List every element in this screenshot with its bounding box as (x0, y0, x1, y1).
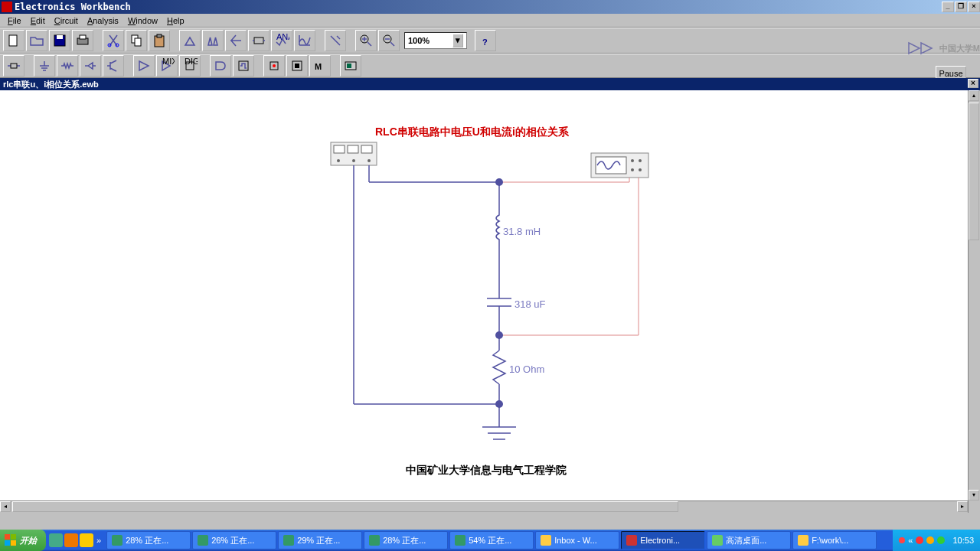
menu-circuit[interactable]: Circuit (50, 15, 83, 26)
vertical-scrollbar[interactable]: ▴ ▾ (968, 90, 980, 513)
quick-launch-ie-icon[interactable] (49, 533, 63, 547)
help-button[interactable]: ? (475, 30, 496, 51)
digital-ic-palette[interactable]: DIGIT (179, 55, 201, 77)
controls-palette[interactable] (286, 55, 308, 77)
diode-palette[interactable] (80, 55, 101, 77)
maximize-button[interactable]: ❐ (955, 2, 967, 12)
window-titlebar: Electronics Workbench _ ❐ × (0, 0, 980, 14)
mixed-ic-palette[interactable]: MIXED (156, 55, 178, 77)
svg-rect-8 (135, 38, 141, 46)
taskbar-item-1[interactable]: 26% 正在... (192, 531, 276, 549)
svg-rect-30 (348, 145, 358, 153)
flip-v-button[interactable] (225, 30, 247, 51)
svg-rect-64 (5, 534, 10, 540)
svg-rect-20 (239, 61, 248, 70)
start-button[interactable]: 开始 (0, 530, 46, 551)
print-button[interactable] (72, 30, 93, 51)
taskbar-item-5[interactable]: Inbox - W... (535, 531, 619, 549)
taskbar: 开始 » 28% 正在... 26% 正在... 29% 正在... 28% 正… (0, 530, 980, 551)
transistor-palette[interactable] (103, 55, 124, 77)
svg-point-39 (631, 168, 634, 171)
menu-file[interactable]: File (3, 15, 26, 26)
component-props-button[interactable] (325, 30, 346, 51)
minimize-button[interactable]: _ (942, 2, 954, 12)
svg-text:MIXED: MIXED (162, 58, 175, 66)
quick-launch: » (46, 533, 106, 547)
watermark: 中国大学M (907, 38, 980, 58)
svg-text:DIGIT: DIGIT (185, 58, 198, 66)
indicator-palette[interactable] (263, 55, 285, 77)
document-titlebar: rlc串联u、i相位关系.ewb × (0, 78, 980, 90)
copy-button[interactable] (126, 30, 147, 51)
svg-rect-29 (334, 145, 345, 153)
taskbar-item-6[interactable]: Electroni... (621, 531, 705, 549)
svg-point-34 (368, 159, 371, 162)
zoom-out-button[interactable] (378, 30, 400, 51)
close-button[interactable]: × (968, 2, 980, 12)
svg-rect-66 (5, 540, 10, 546)
logic-gate-palette[interactable] (210, 55, 231, 77)
svg-text:M: M (315, 62, 322, 71)
menu-bar: File Edit Circuit Analysis Window Help (0, 14, 980, 28)
svg-text:?: ? (482, 37, 488, 47)
analysis-button[interactable]: ANA (271, 30, 292, 51)
taskbar-item-7[interactable]: 高清桌面... (707, 531, 791, 549)
svg-point-22 (273, 64, 276, 67)
menu-analysis[interactable]: Analysis (83, 15, 123, 26)
quick-launch-expand-icon[interactable]: » (95, 536, 103, 545)
taskbar-item-3[interactable]: 28% 正在... (364, 531, 448, 549)
document-close-button[interactable]: × (968, 79, 978, 88)
resistor-palette[interactable] (57, 55, 78, 77)
svg-point-32 (337, 159, 340, 162)
zoom-in-button[interactable] (355, 30, 377, 51)
svg-rect-16 (11, 64, 17, 68)
taskbar-item-8[interactable]: F:\work\... (792, 531, 877, 549)
cut-button[interactable] (103, 30, 124, 51)
new-button[interactable] (3, 30, 24, 51)
menu-edit[interactable]: Edit (26, 15, 50, 26)
tray-icon-3[interactable] (926, 536, 934, 544)
sources-palette[interactable] (3, 55, 24, 77)
tray-icon-2[interactable] (916, 536, 923, 544)
svg-point-33 (352, 159, 355, 162)
taskbar-item-0[interactable]: 28% 正在... (106, 531, 191, 549)
taskbar-item-2[interactable]: 29% 正在... (278, 531, 362, 549)
svg-rect-65 (11, 534, 16, 540)
main-toolbar: ANA 100%▾ ? (0, 28, 980, 54)
taskbar-item-4[interactable]: 54% 正在... (449, 531, 534, 549)
circuit-svg (0, 90, 965, 504)
graph-button[interactable] (294, 30, 315, 51)
rotate-button[interactable] (179, 30, 201, 51)
oscilloscope-icon[interactable] (591, 153, 648, 178)
flip-h-button[interactable] (202, 30, 224, 51)
misc-palette[interactable]: M (309, 55, 331, 77)
svg-rect-31 (361, 145, 372, 153)
circuit-canvas[interactable]: RLC串联电路中电压U和电流i的相位关系 中国矿业大学信息与电气工程学院 31.… (0, 90, 980, 513)
instruments-palette[interactable] (340, 55, 361, 77)
clock[interactable]: 10:53 (952, 536, 974, 545)
analog-ic-palette[interactable] (133, 55, 155, 77)
tray-expand-icon[interactable]: « (908, 536, 913, 545)
tray-icon-4[interactable] (937, 536, 945, 544)
svg-point-38 (639, 159, 642, 162)
svg-rect-0 (9, 35, 17, 46)
open-button[interactable] (26, 30, 47, 51)
svg-point-50 (495, 178, 503, 186)
function-generator-icon[interactable] (331, 142, 377, 165)
zoom-select[interactable]: 100%▾ (404, 32, 467, 49)
quick-launch-firefox-icon[interactable] (64, 533, 78, 547)
menu-window[interactable]: Window (123, 15, 162, 26)
save-button[interactable] (49, 30, 70, 51)
paste-button[interactable] (149, 30, 170, 51)
subcircuit-button[interactable] (248, 30, 270, 51)
svg-rect-11 (254, 37, 263, 44)
svg-point-40 (639, 168, 642, 171)
horizontal-scrollbar[interactable]: ◂ ▸ (0, 500, 968, 513)
tray-icon[interactable] (899, 537, 905, 543)
system-tray[interactable]: « 10:53 (893, 530, 980, 551)
ground-palette[interactable] (34, 55, 55, 77)
menu-help[interactable]: Help (162, 15, 189, 26)
svg-rect-36 (596, 157, 626, 174)
quick-launch-folder-icon[interactable] (80, 533, 93, 547)
digital-palette[interactable] (233, 55, 254, 77)
